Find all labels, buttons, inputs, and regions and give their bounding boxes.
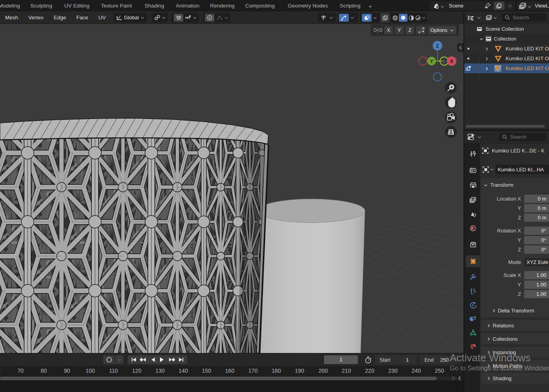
svg-text:Y: Y	[430, 59, 433, 64]
svg-text:X: X	[450, 59, 453, 64]
svg-text:Z: Z	[436, 43, 439, 49]
